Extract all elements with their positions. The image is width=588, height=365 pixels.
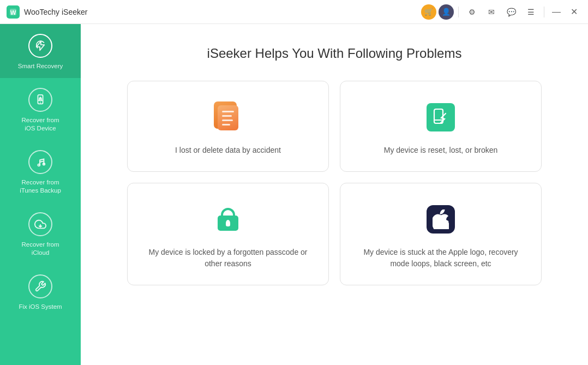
cards-grid: I lost or delete data by accident xyxy=(127,81,542,285)
card-icon-lost-data xyxy=(212,101,244,134)
sidebar-item-recover-icloud[interactable]: Recover fromiCloud xyxy=(0,202,81,265)
smart-recovery-icon xyxy=(28,34,52,58)
sidebar: Smart Recovery Recover fromiOS Device xyxy=(0,24,81,365)
separator xyxy=(458,7,459,17)
recover-itunes-icon xyxy=(28,150,52,174)
apple-icon xyxy=(427,205,455,234)
card-icon-device-locked xyxy=(212,203,244,236)
content-area: iSeeker Helps You With Following Problem… xyxy=(81,24,588,365)
card-label-device-reset: My device is reset, lost, or broken xyxy=(384,145,498,156)
app-title: WooTechy iSeeker xyxy=(24,8,87,16)
title-bar-actions: 🛒 👤 ⚙ ✉ 💬 ☰ — ✕ xyxy=(421,3,581,21)
recover-ios-icon xyxy=(28,88,52,112)
logo-icon: W xyxy=(7,5,20,19)
sidebar-item-recover-ios[interactable]: Recover fromiOS Device xyxy=(0,78,81,140)
card-icon-device-reset xyxy=(424,101,457,134)
card-device-reset[interactable]: My device is reset, lost, or broken xyxy=(340,81,542,172)
sidebar-item-recover-itunes[interactable]: Recover fromiTunes Backup xyxy=(0,140,81,202)
sidebar-item-label-smart-recovery: Smart Recovery xyxy=(18,62,63,70)
fix-ios-icon xyxy=(28,274,52,298)
card-label-device-locked: My device is locked by a forgotten passc… xyxy=(141,247,315,270)
sidebar-item-fix-ios[interactable]: Fix iOS System xyxy=(0,265,81,319)
title-bar: W WooTechy iSeeker 🛒 👤 ⚙ ✉ 💬 ☰ — ✕ xyxy=(0,0,588,24)
svg-text:W: W xyxy=(10,9,16,16)
menu-button[interactable]: ☰ xyxy=(522,3,539,21)
sidebar-item-smart-recovery[interactable]: Smart Recovery xyxy=(0,24,81,78)
sidebar-item-label-fix-ios: Fix iOS System xyxy=(19,303,62,311)
card-label-lost-data: I lost or delete data by accident xyxy=(175,145,281,156)
mail-button[interactable]: ✉ xyxy=(483,3,500,21)
sidebar-item-label-recover-itunes: Recover fromiTunes Backup xyxy=(20,178,61,195)
minimize-button[interactable]: — xyxy=(549,4,564,20)
app-logo: W WooTechy iSeeker xyxy=(7,5,87,19)
card-apple-logo[interactable]: My device is stuck at the Apple logo, re… xyxy=(340,183,542,285)
chat-button[interactable]: 💬 xyxy=(502,3,520,21)
card-lost-data[interactable]: I lost or delete data by accident xyxy=(127,81,329,172)
phone-broken-icon xyxy=(427,103,455,131)
user-button[interactable]: 👤 xyxy=(439,4,454,20)
close-button[interactable]: ✕ xyxy=(566,4,581,20)
card-device-locked[interactable]: My device is locked by a forgotten passc… xyxy=(127,183,329,285)
lock-icon xyxy=(218,208,238,231)
separator2 xyxy=(544,7,544,17)
recover-icloud-icon xyxy=(28,212,52,236)
card-label-apple-logo: My device is stuck at the Apple logo, re… xyxy=(353,247,528,270)
card-icon-apple-logo xyxy=(424,203,457,236)
main-layout: Smart Recovery Recover fromiOS Device xyxy=(0,24,588,365)
content-title: iSeeker Helps You With Following Problem… xyxy=(207,46,462,61)
sidebar-item-label-recover-ios: Recover fromiOS Device xyxy=(21,116,59,133)
settings-button[interactable]: ⚙ xyxy=(463,3,481,21)
shop-button[interactable]: 🛒 xyxy=(421,4,436,20)
sidebar-item-label-recover-icloud: Recover fromiCloud xyxy=(21,241,59,257)
